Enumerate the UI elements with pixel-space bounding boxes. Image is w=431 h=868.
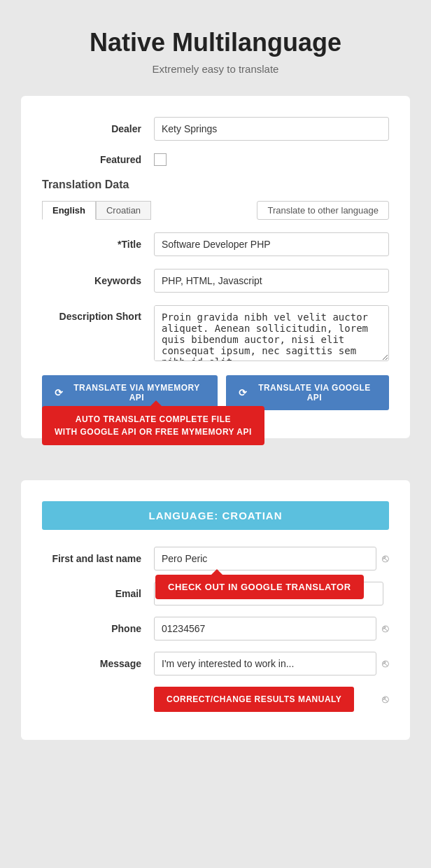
- first-last-share-icon[interactable]: ⎋: [382, 552, 389, 565]
- message-label: Message: [42, 658, 154, 669]
- auto-translate-tooltip: AUTO TRANSLATE COMPLETE FILE WITH GOOGLE…: [42, 406, 264, 445]
- desc-short-textarea[interactable]: Proin gravida nibh vel velit auctor aliq…: [154, 305, 389, 361]
- tooltip-line2: WITH GOOGLE API OR FREE MYMEMORY API: [55, 427, 252, 437]
- first-last-input[interactable]: [154, 547, 376, 570]
- translate-mymemory-button[interactable]: ⟳ TRANSLATE VIA MYMEMORY API: [42, 375, 218, 410]
- translate-google-icon: ⟳: [239, 387, 248, 398]
- keywords-row: Keywords: [42, 269, 389, 293]
- google-translator-tooltip[interactable]: CHECK OUT IN GOOGLE TRANSLATOR: [155, 575, 364, 599]
- featured-label: Featured: [42, 154, 154, 165]
- page-subtitle: Extremely easy to translate: [21, 63, 410, 75]
- featured-checkbox[interactable]: [154, 153, 167, 166]
- first-last-row: First and last name ⎋ CHECK OUT IN GOOGL…: [42, 547, 389, 570]
- keywords-label: Keywords: [42, 275, 154, 286]
- correct-row: CORRECT/CHANGE RESULTS MANUALY ⎋: [42, 687, 389, 712]
- keywords-input[interactable]: [154, 269, 389, 293]
- translate-mymemory-icon: ⟳: [55, 387, 64, 398]
- translate-google-label: TRANSLATE VIA GOOGLE API: [253, 383, 376, 402]
- translate-google-button[interactable]: ⟳ TRANSLATE VIA GOOGLE API: [226, 375, 389, 410]
- dealer-row: Dealer: [42, 117, 389, 141]
- title-row: *Title: [42, 232, 389, 256]
- phone-label: Phone: [42, 623, 154, 634]
- form-card-1: Dealer Featured Translation Data English…: [21, 96, 410, 438]
- title-input[interactable]: [154, 232, 389, 256]
- dealer-input[interactable]: [154, 117, 389, 141]
- translation-data-title: Translation Data: [42, 178, 389, 191]
- message-input[interactable]: [154, 652, 376, 676]
- form-card-2: LANGUAGE: CROATIAN First and last name ⎋…: [21, 480, 410, 740]
- tab-croatian[interactable]: Croatian: [96, 201, 151, 220]
- phone-share-icon[interactable]: ⎋: [382, 622, 389, 635]
- translate-other-button[interactable]: Translate to other language: [257, 201, 389, 220]
- email-label: Email: [42, 588, 154, 599]
- tooltip-line1: AUTO TRANSLATE COMPLETE FILE: [76, 414, 231, 424]
- translate-mymemory-label: TRANSLATE VIA MYMEMORY API: [69, 383, 206, 402]
- message-row: Message ⎋: [42, 652, 389, 676]
- translate-buttons-row: ⟳ TRANSLATE VIA MYMEMORY API ⟳ TRANSLATE…: [42, 375, 389, 410]
- desc-short-row: Description Short Proin gravida nibh vel…: [42, 305, 389, 361]
- tabs-row: English Croatian Translate to other lang…: [42, 201, 389, 220]
- language-bar: LANGUAGE: CROATIAN: [42, 501, 389, 530]
- phone-input[interactable]: [154, 617, 376, 640]
- desc-short-label: Description Short: [42, 305, 154, 322]
- title-label: *Title: [42, 239, 154, 250]
- message-share-icon[interactable]: ⎋: [382, 657, 389, 670]
- dealer-label: Dealer: [42, 123, 154, 134]
- tab-english[interactable]: English: [42, 201, 96, 220]
- featured-row: Featured: [42, 153, 389, 166]
- correct-share-icon[interactable]: ⎋: [382, 693, 389, 706]
- page-title: Native Multilanguage: [21, 28, 410, 57]
- correct-button[interactable]: CORRECT/CHANGE RESULTS MANUALY: [154, 687, 354, 712]
- first-last-label: First and last name: [42, 553, 154, 564]
- phone-row: Phone ⎋: [42, 617, 389, 640]
